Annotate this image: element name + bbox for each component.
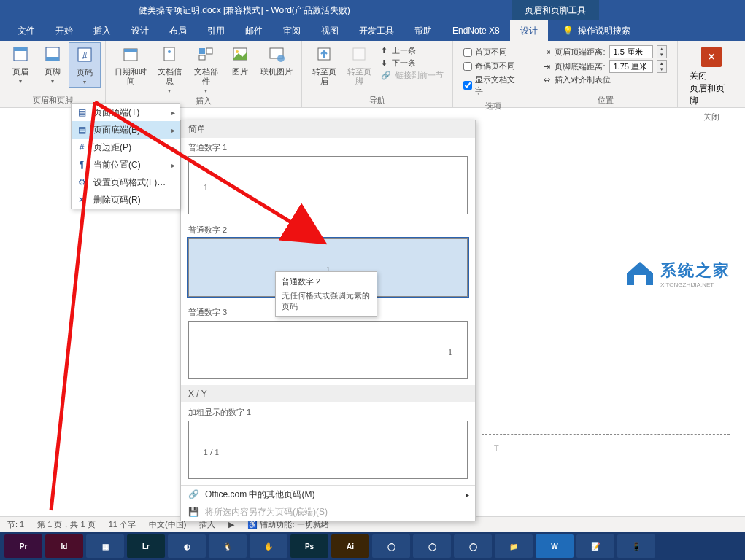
menu-page-bottom[interactable]: ▤页面底端(B)▸: [72, 121, 180, 139]
gallery-label-1: 普通数字 1: [181, 138, 475, 156]
svg-rect-11: [206, 48, 212, 54]
ribbon: 页眉▾ 页脚▾ # 页码▾ 页眉和页脚 日期和时间 文档信息▾: [0, 41, 745, 108]
group-insert: 日期和时间 文档信息▾ 文档部件▾ 图片 联机图片 插入: [106, 41, 302, 107]
menu-format-page-numbers[interactable]: ⚙设置页码格式(F)…: [72, 174, 180, 191]
footer-dist-spinner[interactable]: ▴▾: [657, 60, 667, 73]
taskbar-illustrator[interactable]: Ai: [331, 534, 369, 558]
taskbar: Pr Id ▦ Lr ◐ 🐧 ✋ Ps Ai ◯ ◯ ◯ 📁 W 📝 📱: [0, 532, 745, 560]
svg-rect-1: [14, 47, 27, 51]
page-number-gallery: 简单 普通数字 1 1 普通数字 2 1 普通数字 3 1 X / Y 加粗显示…: [180, 120, 476, 521]
tab-view[interactable]: 视图: [311, 20, 349, 41]
group-options: 首页不同 奇偶页不同 显示文档文字 选项: [453, 41, 533, 107]
gallery-item-plain-3[interactable]: 1: [188, 321, 468, 379]
online-picture-button[interactable]: 联机图片: [256, 42, 297, 96]
tab-review[interactable]: 审阅: [273, 20, 311, 41]
menu-current-position[interactable]: ¶当前位置(C)▸: [72, 156, 180, 174]
header-dist-input[interactable]: [609, 45, 653, 58]
svg-text:#: #: [82, 51, 88, 61]
group-position: ⇥ 页眉顶端距离: ▴▾ ⇥ 页脚底端距离: ▴▾ ⇔ 插入对齐制表位 位置: [533, 41, 678, 107]
taskbar-lightroom[interactable]: Lr: [127, 534, 165, 558]
tab-file[interactable]: 文件: [7, 20, 45, 41]
next-icon: ⬇: [381, 58, 387, 68]
footer-button[interactable]: 页脚▾: [36, 42, 69, 88]
tab-icon: ⇔: [544, 75, 550, 85]
status-page[interactable]: 第 1 页，共 1 页: [37, 519, 95, 530]
watermark-logo: 系统之家 XITONGZHIJIA.NET: [624, 259, 730, 288]
tab-layout[interactable]: 布局: [159, 20, 197, 41]
menu-page-margin[interactable]: #页边距(P)▸: [72, 139, 180, 156]
gallery-item-plain-1[interactable]: 1: [188, 156, 468, 214]
taskbar-qq[interactable]: 🐧: [209, 534, 247, 558]
tab-developer[interactable]: 开发工具: [349, 20, 404, 41]
footer-dist-input[interactable]: [609, 60, 653, 73]
menu-remove-page-numbers[interactable]: ✕删除页码(R): [72, 191, 180, 209]
bulb-icon: 💡: [563, 26, 574, 36]
picture-button[interactable]: 图片: [224, 42, 256, 96]
diff-first-checkbox[interactable]: 首页不同: [463, 47, 522, 58]
title-bar: 健美操专项证明.docx [兼容模式] - Word(产品激活失败): [0, 0, 745, 20]
close-hf-button[interactable]: ✕ 关闭 页眉和页脚: [682, 42, 741, 112]
window-title: 健美操专项证明.docx [兼容模式] - Word(产品激活失败): [139, 4, 350, 17]
group-navigation: 转至页眉 转至页脚 ⬆上一条 ⬇下一条 🔗链接到前一节 导航: [302, 41, 453, 107]
date-time-button[interactable]: 日期和时间: [110, 42, 151, 96]
tab-mailings[interactable]: 邮件: [235, 20, 273, 41]
taskbar-phone[interactable]: 📱: [617, 534, 655, 558]
prev-icon: ⬆: [381, 46, 387, 55]
svg-rect-18: [353, 48, 365, 60]
insert-align-tab-button[interactable]: ⇔ 插入对齐制表位: [544, 74, 667, 85]
header-dist-spinner[interactable]: ▴▾: [657, 45, 667, 58]
taskbar-premiere[interactable]: Pr: [4, 534, 42, 558]
tab-help[interactable]: 帮助: [404, 20, 442, 41]
tell-me-search[interactable]: 💡 操作说明搜索: [548, 25, 630, 37]
tab-design[interactable]: 设计: [121, 20, 159, 41]
doc-info-button[interactable]: 文档信息▾: [151, 42, 188, 96]
doc-parts-button[interactable]: 文档部件▾: [188, 42, 224, 96]
gallery-item-bold-1[interactable]: 1 / 1: [188, 421, 468, 479]
goto-header-button[interactable]: 转至页眉: [306, 42, 341, 88]
svg-point-16: [277, 55, 285, 62]
format-icon: ⚙: [76, 177, 88, 187]
taskbar-app-7[interactable]: ✋: [250, 534, 287, 558]
header-icon: [10, 44, 31, 64]
diff-oddeven-checkbox[interactable]: 奇偶页不同: [463, 61, 522, 71]
next-button[interactable]: ⬇下一条: [381, 58, 444, 69]
status-section[interactable]: 节: 1: [7, 519, 24, 530]
tab-insert[interactable]: 插入: [83, 20, 121, 41]
svg-rect-10: [199, 48, 205, 54]
current-pos-icon: ¶: [76, 160, 88, 170]
taskbar-browser-1[interactable]: ◯: [372, 534, 410, 558]
page-number-button[interactable]: # 页码▾: [69, 42, 101, 88]
office-more-button[interactable]: 🔗Office.com 中的其他页码(M)▸: [181, 486, 475, 503]
taskbar-photoshop[interactable]: Ps: [290, 534, 328, 558]
header-dist-icon: ⇥: [544, 47, 550, 57]
menu-page-top[interactable]: ▤页面顶端(T)▸: [72, 104, 180, 121]
doc-info-icon: [159, 44, 180, 64]
gallery-label-2: 普通数字 2: [181, 220, 475, 238]
chevron-right-icon: ▸: [171, 109, 175, 117]
goto-footer-button: 转至页脚: [341, 42, 377, 88]
taskbar-explorer[interactable]: 📁: [495, 534, 533, 558]
show-doc-text-checkbox[interactable]: 显示文档文字: [463, 74, 522, 96]
header-button[interactable]: 页眉▾: [4, 42, 36, 88]
svg-rect-21: [634, 275, 646, 285]
tab-hf-design[interactable]: 设计: [510, 20, 548, 41]
goto-footer-icon: [349, 44, 369, 64]
prev-button[interactable]: ⬆上一条: [381, 45, 444, 56]
tooltip-body: 无任何格式或强调元素的页码: [282, 290, 371, 312]
taskbar-chrome[interactable]: ◯: [413, 534, 451, 558]
taskbar-browser-3[interactable]: ◯: [454, 534, 492, 558]
chevron-right-icon: ▸: [466, 491, 469, 499]
tab-references[interactable]: 引用: [197, 20, 235, 41]
svg-rect-8: [164, 47, 174, 61]
page-footer-area: [482, 434, 730, 448]
doc-parts-icon: [196, 44, 216, 64]
taskbar-notepad[interactable]: 📝: [576, 534, 614, 558]
taskbar-indesign[interactable]: Id: [45, 534, 83, 558]
status-words[interactable]: 11 个字: [109, 519, 136, 530]
tab-endnote[interactable]: EndNote X8: [442, 20, 510, 41]
taskbar-app-5[interactable]: ◐: [168, 534, 206, 558]
svg-point-9: [168, 50, 171, 53]
tab-home[interactable]: 开始: [45, 20, 83, 41]
taskbar-app-3[interactable]: ▦: [86, 534, 124, 558]
taskbar-wps[interactable]: W: [536, 534, 574, 558]
